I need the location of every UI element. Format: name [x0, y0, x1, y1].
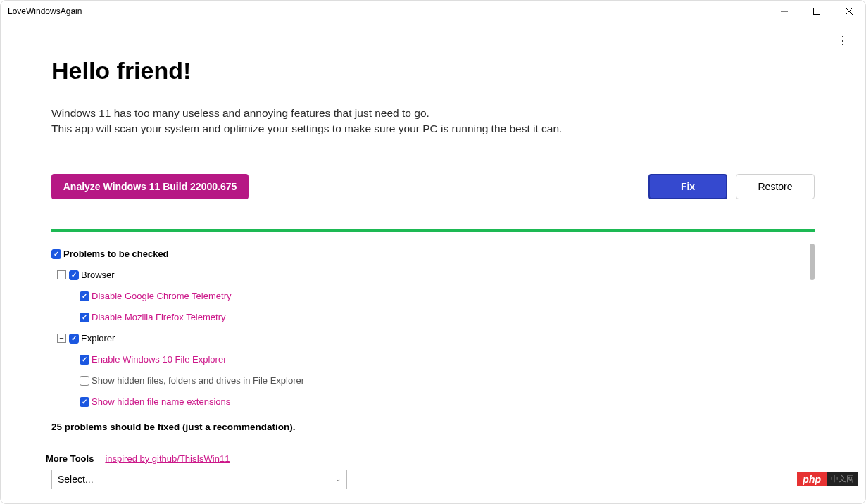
root-checkbox[interactable] — [51, 249, 61, 259]
intro-line-1: Windows 11 has too many useless and anno… — [51, 106, 815, 121]
svg-rect-1 — [814, 8, 820, 15]
root-label: Problems to be checked — [63, 248, 169, 259]
more-tools-select[interactable]: Select... ⌄ — [51, 470, 347, 489]
category-label: Explorer — [81, 333, 115, 344]
watermark-cn: 中文网 — [827, 472, 858, 486]
progress-bar — [51, 229, 815, 232]
tree-item-row[interactable]: Disable Google Chrome Telemetry — [51, 286, 815, 307]
tree-area: Problems to be checked − Browser Disable… — [51, 244, 815, 416]
window-title: LoveWindowsAgain — [8, 6, 768, 16]
status-line: 25 problems should be fixed (just a reco… — [51, 422, 815, 432]
tree-category-row[interactable]: − Browser — [51, 265, 815, 286]
maximize-button[interactable] — [801, 1, 833, 22]
collapse-icon[interactable]: − — [57, 270, 66, 279]
item-checkbox[interactable] — [80, 397, 89, 407]
tree-item-row[interactable]: Disable Mozilla Firefox Telemetry — [51, 307, 815, 328]
page-title: Hello friend! — [51, 57, 815, 84]
item-label: Show hidden files, folders and drives in… — [92, 375, 304, 386]
intro-text: Windows 11 has too many useless and anno… — [51, 106, 815, 137]
item-checkbox[interactable] — [80, 355, 89, 365]
fix-button[interactable]: Fix — [648, 174, 727, 199]
more-menu-button[interactable]: ⋮ — [834, 32, 851, 49]
collapse-icon[interactable]: − — [57, 334, 66, 343]
watermark: php 中文网 — [797, 472, 858, 486]
analyze-button[interactable]: Analyze Windows 11 Build 22000.675 — [51, 174, 249, 199]
item-checkbox[interactable] — [80, 313, 89, 322]
item-label: Show hidden file name extensions — [92, 396, 230, 407]
intro-line-2: This app will scan your system and optim… — [51, 121, 815, 137]
problems-tree: Problems to be checked − Browser Disable… — [51, 244, 815, 412]
tree-item-row[interactable]: Enable Windows 10 File Explorer — [51, 349, 815, 370]
category-label: Browser — [81, 270, 115, 280]
window-controls — [768, 1, 865, 22]
tree-scrollbar[interactable] — [810, 244, 815, 280]
minimize-icon — [781, 8, 788, 15]
item-label: Disable Mozilla Firefox Telemetry — [92, 312, 226, 322]
maximize-icon — [813, 8, 820, 15]
close-button[interactable] — [833, 1, 865, 22]
titlebar: LoveWindowsAgain — [1, 1, 865, 22]
item-label: Disable Google Chrome Telemetry — [92, 291, 231, 301]
watermark-php: php — [797, 472, 827, 486]
tree-item-row[interactable]: Show hidden file name extensions — [51, 391, 815, 412]
more-vertical-icon: ⋮ — [837, 34, 848, 47]
more-tools-label: More Tools — [46, 453, 94, 464]
restore-button[interactable]: Restore — [736, 174, 815, 199]
select-value: Select... — [58, 474, 94, 485]
item-checkbox[interactable] — [80, 291, 89, 301]
category-checkbox[interactable] — [69, 334, 79, 344]
chevron-down-icon: ⌄ — [335, 475, 341, 483]
item-label: Enable Windows 10 File Explorer — [92, 354, 226, 365]
item-checkbox[interactable] — [80, 376, 89, 386]
minimize-button[interactable] — [768, 1, 801, 22]
more-tools-row: More Tools inspired by github/ThisIsWin1… — [46, 453, 815, 464]
tree-item-row[interactable]: Show hidden files, folders and drives in… — [51, 370, 815, 391]
button-row: Analyze Windows 11 Build 22000.675 Fix R… — [51, 174, 815, 199]
tree-category-row[interactable]: − Explorer — [51, 328, 815, 349]
category-checkbox[interactable] — [69, 270, 79, 280]
close-icon — [846, 8, 853, 15]
more-tools-link[interactable]: inspired by github/ThisIsWin11 — [105, 453, 230, 464]
tree-root-row[interactable]: Problems to be checked — [51, 244, 815, 265]
